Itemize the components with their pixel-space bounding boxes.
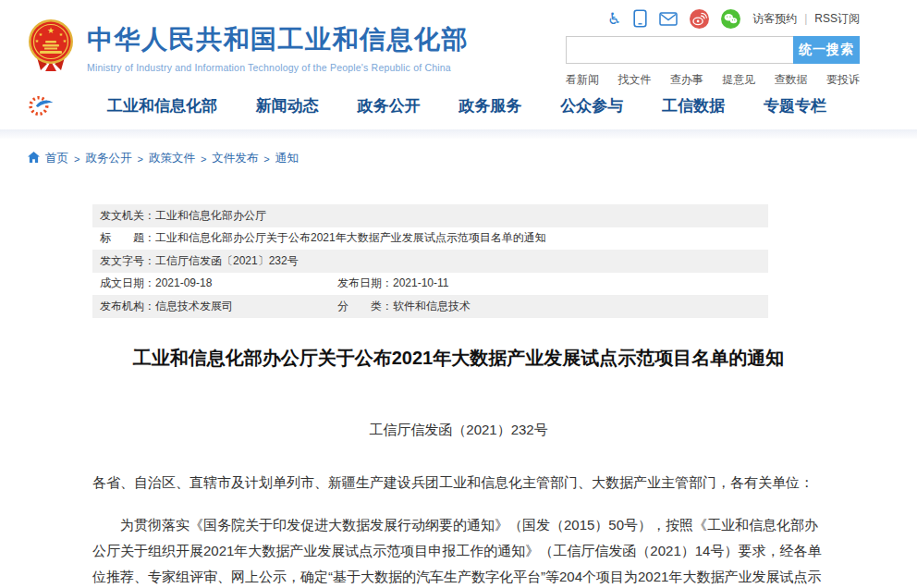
document-meta-table: 发文机关：工业和信息化部办公厅 标 题：工业和信息化部办公厅关于公布2021年大… — [92, 204, 768, 318]
search-bar: 统一搜索 — [566, 36, 860, 64]
accessibility-icon[interactable]: ♿ — [607, 11, 621, 27]
breadcrumb-separator: > — [74, 153, 79, 165]
site-subtitle: Ministry of Industry and Information Tec… — [87, 62, 469, 73]
svg-text:★: ★ — [47, 26, 55, 35]
svg-text:★: ★ — [63, 38, 67, 43]
site-title: 中华人民共和国工业和信息化部 — [87, 22, 469, 57]
search-quick-links: 看新闻 找文件 查办事 提意见 查数据 要投诉 — [566, 72, 860, 88]
meta-label: 发文机关： — [100, 209, 155, 222]
national-emblem-icon: ★ ★ ★ ★ ★ — [28, 18, 74, 76]
home-icon[interactable] — [28, 152, 40, 165]
document-body: 工业和信息化部办公厅关于公布2021年大数据产业发展试点示范项目名单的通知 工信… — [92, 346, 825, 588]
meta-value: 工信厅信发函〔2021〕232号 — [155, 254, 299, 267]
meta-row-title: 标 题：工业和信息化部办公厅关于公布2021年大数据产业发展试点示范项目名单的通… — [92, 227, 768, 251]
nav-item-special-topics[interactable]: 专题专栏 — [764, 95, 826, 116]
breadcrumb-file-release[interactable]: 文件发布 — [212, 151, 258, 166]
document-title: 工业和信息化部办公厅关于公布2021年大数据产业发展试点示范项目名单的通知 — [92, 346, 825, 371]
document-number: 工信厅信发函（2021）232号 — [92, 422, 825, 439]
miit-logo-icon — [28, 93, 54, 117]
meta-label: 发布日期： — [337, 276, 393, 289]
rss-subscribe-link[interactable]: RSS订阅 — [814, 11, 860, 27]
mail-icon[interactable] — [659, 12, 678, 26]
breadcrumb-separator: > — [201, 153, 206, 165]
quick-link-services[interactable]: 查办事 — [670, 72, 703, 88]
breadcrumb-separator: > — [137, 153, 142, 165]
meta-row-issuing-agency: 发文机关：工业和信息化部办公厅 — [92, 204, 768, 227]
meta-value: 软件和信息技术 — [393, 300, 471, 312]
meta-value: 信息技术发展司 — [155, 300, 233, 312]
meta-value: 工业和信息化部办公厅 — [155, 209, 266, 222]
site-brand[interactable]: ★ ★ ★ ★ ★ 中华人民共和国工业和信息化部 Ministry of Ind… — [28, 18, 469, 76]
nav-shadow — [0, 129, 917, 139]
visitor-appointment-link[interactable]: 访客预约 — [752, 11, 797, 27]
meta-value: 工业和信息化部办公厅关于公布2021年大数据产业发展试点示范项目名单的通知 — [155, 231, 546, 244]
breadcrumb-notice[interactable]: 通知 — [275, 151, 299, 166]
meta-label: 成文日期： — [100, 276, 155, 289]
nav-item-public-participation[interactable]: 公众参与 — [560, 95, 623, 116]
nav-item-miit[interactable]: 工业和信息化部 — [107, 95, 217, 116]
quick-link-data[interactable]: 查数据 — [775, 72, 808, 88]
search-input[interactable] — [566, 36, 793, 64]
svg-text:★: ★ — [39, 31, 43, 37]
nav-item-data[interactable]: 工信数据 — [662, 95, 725, 116]
nav-item-news[interactable]: 新闻动态 — [256, 95, 319, 116]
nav-item-gov-disclosure[interactable]: 政务公开 — [358, 95, 421, 116]
document-paragraph: 为贯彻落实《国务院关于印发促进大数据发展行动纲要的通知》（国发（2015）50号… — [92, 512, 825, 588]
meta-label: 分 类： — [337, 300, 393, 312]
breadcrumb-gov-disclosure[interactable]: 政务公开 — [85, 151, 131, 166]
meta-row-dates: 成文日期：2021-09-18 发布日期：2021-10-11 — [92, 273, 768, 296]
utility-divider: | — [804, 12, 807, 25]
svg-text:★: ★ — [35, 38, 40, 43]
meta-label: 发布机构： — [100, 300, 155, 312]
site-header: ★ ★ ★ ★ ★ 中华人民共和国工业和信息化部 Ministry of Ind… — [0, 0, 917, 81]
quick-link-suggest[interactable]: 提意见 — [722, 72, 755, 88]
svg-text:★: ★ — [59, 31, 64, 37]
wechat-icon[interactable] — [721, 9, 740, 29]
breadcrumb-separator: > — [263, 153, 269, 165]
main-nav: 工业和信息化部 新闻动态 政务公开 政务服务 公众参与 工信数据 专题专栏 — [0, 81, 917, 129]
meta-row-publisher-category: 发布机构：信息技术发展司 分 类：软件和信息技术 — [92, 295, 768, 318]
document-salutation: 各省、自治区、直辖市及计划单列市、新疆生产建设兵团工业和信息化主管部门、大数据产… — [92, 470, 825, 496]
utility-bar: ♿ 访客预约 | RSS订阅 — [566, 7, 860, 30]
meta-label: 发文字号： — [100, 254, 155, 267]
unified-search-button[interactable]: 统一搜索 — [793, 36, 860, 64]
quick-link-files[interactable]: 找文件 — [617, 72, 651, 88]
meta-value: 2021-09-18 — [155, 276, 212, 289]
breadcrumb-home[interactable]: 首页 — [45, 151, 68, 166]
meta-value: 2021-10-11 — [393, 276, 449, 289]
weibo-icon[interactable] — [690, 9, 709, 29]
quick-link-complaint[interactable]: 要投诉 — [826, 72, 860, 88]
meta-row-doc-number: 发文字号：工信厅信发函〔2021〕232号 — [92, 250, 768, 273]
nav-menu: 工业和信息化部 新闻动态 政务公开 政务服务 公众参与 工信数据 专题专栏 — [107, 95, 889, 116]
breadcrumb-policy-files[interactable]: 政策文件 — [149, 151, 195, 166]
quick-link-news[interactable]: 看新闻 — [566, 72, 599, 88]
mobile-icon[interactable] — [633, 9, 647, 28]
meta-label: 标 题： — [100, 231, 155, 244]
nav-item-gov-services[interactable]: 政务服务 — [458, 95, 521, 116]
breadcrumb: 首页 > 政务公开 > 政策文件 > 文件发布 > 通知 — [28, 151, 917, 166]
